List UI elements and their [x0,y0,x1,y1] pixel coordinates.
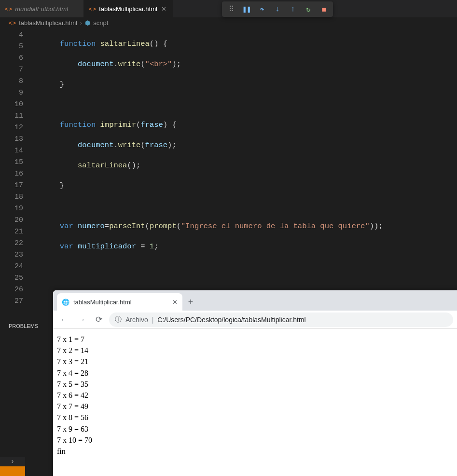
debug-stepover-button[interactable]: ↷ [255,3,269,15]
close-icon[interactable]: ✕ [172,299,178,306]
output-line: 7 x 7 = 49 [57,401,453,412]
url-scheme: Archivo [125,316,148,324]
breadcrumb[interactable]: <> tablasMultiplicar.html › ⬢ script [0,17,457,28]
problems-panel-tab[interactable]: PROBLEMS [0,316,53,336]
info-icon: ⓘ [115,315,122,324]
output-line: 7 x 5 = 35 [57,379,453,390]
tab-label: mundialFutbol.html [15,5,68,13]
tab-tablasmultiplicar[interactable]: <> tablasMultiplicar.html ✕ [84,0,173,17]
code-content[interactable]: function saltarLinea() { document.write(… [33,28,457,317]
browser-tab[interactable]: 🌐 tablasMultiplicar.html ✕ [57,293,182,311]
line-number-gutter: 4567 891011 12131415 16171819 20212223 2… [0,28,33,317]
editor-tabs-bar: <> mundialFutbol.html <> tablasMultiplic… [0,0,457,17]
html-file-icon: <> [9,19,16,27]
browser-window: 🌐 tablasMultiplicar.html ✕ + ← → ⟳ ⓘ Arc… [53,290,457,476]
new-tab-button[interactable]: + [182,293,199,311]
status-bar-debug-indicator [0,466,25,476]
tab-close-icon[interactable]: ✕ [160,5,168,13]
globe-icon: 🌐 [62,299,69,306]
url-path: C:/Users/PC/Desktop/logica/tablasMultipl… [157,316,305,324]
output-line: 7 x 1 = 7 [57,334,453,345]
tab-mundialfutbol[interactable]: <> mundialFutbol.html [0,0,84,17]
output-line: 7 x 9 = 63 [57,423,453,435]
output-line: 7 x 3 = 21 [57,356,453,367]
debug-continue-button[interactable]: ❚❚ [240,3,253,15]
debug-restart-button[interactable]: ↻ [302,3,315,15]
browser-tab-title: tablasMultiplicar.html [73,299,132,306]
tab-label: tablasMultiplicar.html [99,5,157,13]
output-line: 7 x 6 = 42 [57,390,453,401]
page-content: 7 x 1 = 7 7 x 2 = 14 7 x 3 = 21 7 x 4 = … [53,329,457,462]
script-symbol-icon: ⬢ [85,19,90,27]
output-line: 7 x 2 = 14 [57,345,453,356]
browser-tabs-strip: 🌐 tablasMultiplicar.html ✕ + [53,290,457,311]
debug-drag-handle[interactable]: ⠿ [224,3,238,15]
output-line: 7 x 10 = 70 [57,435,453,446]
reload-button[interactable]: ⟳ [92,313,106,327]
debug-stepin-button[interactable]: ↓ [271,3,284,15]
debug-toolbar: ⠿ ❚❚ ↷ ↓ ↑ ↻ ◼ [222,1,333,17]
browser-toolbar: ← → ⟳ ⓘ Archivo | C:/Users/PC/Desktop/lo… [53,311,457,329]
html-file-icon: <> [89,5,96,13]
status-corner: › [0,457,25,476]
debug-stop-button[interactable]: ◼ [317,3,331,15]
sidebar-expand-icon[interactable]: › [0,457,25,466]
address-bar[interactable]: ⓘ Archivo | C:/Users/PC/Desktop/logica/t… [109,313,453,327]
breadcrumb-file: tablasMultiplicar.html [19,19,77,27]
forward-button[interactable]: → [74,313,89,327]
breadcrumb-symbol: script [93,19,108,27]
output-line: 7 x 8 = 56 [57,412,453,423]
debug-stepout-button[interactable]: ↑ [286,3,300,15]
chevron-right-icon: › [80,19,82,27]
output-line: fin [57,446,453,457]
output-line: 7 x 4 = 28 [57,367,453,379]
html-file-icon: <> [5,5,12,13]
back-button[interactable]: ← [57,313,71,327]
code-editor[interactable]: 4567 891011 12131415 16171819 20212223 2… [0,28,457,317]
